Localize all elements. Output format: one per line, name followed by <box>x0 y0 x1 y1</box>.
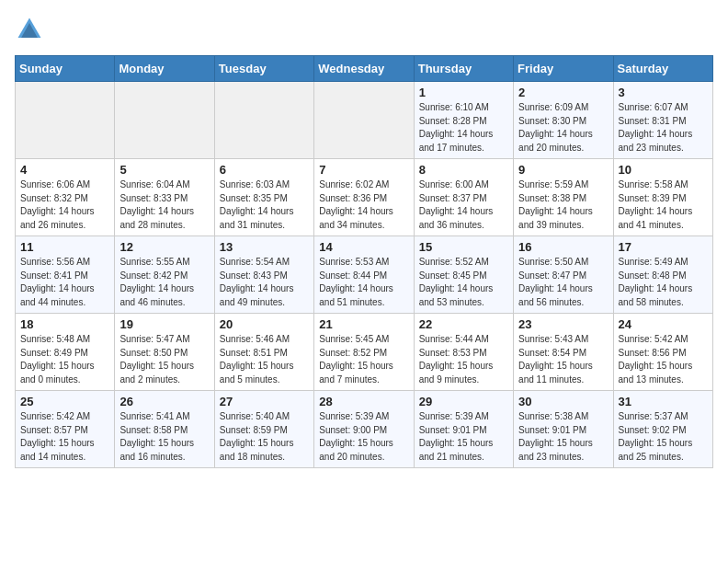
day-info: Sunrise: 5:37 AM Sunset: 9:02 PM Dayligh… <box>619 410 708 464</box>
day-number: 5 <box>119 163 209 177</box>
day-info: Sunrise: 5:50 AM Sunset: 8:47 PM Dayligh… <box>518 256 608 309</box>
day-info: Sunrise: 6:03 AM Sunset: 8:35 PM Dayligh… <box>220 178 309 232</box>
day-info: Sunrise: 5:54 AM Sunset: 8:43 PM Dayligh… <box>220 256 309 309</box>
day-number: 20 <box>220 317 309 331</box>
day-number: 18 <box>20 317 109 331</box>
calendar-cell: 4Sunrise: 6:06 AM Sunset: 8:32 PM Daylig… <box>16 159 115 236</box>
day-number: 24 <box>619 317 708 331</box>
calendar-cell: 18Sunrise: 5:48 AM Sunset: 8:49 PM Dayli… <box>16 314 115 391</box>
day-number: 27 <box>220 395 309 408</box>
logo-icon <box>15 15 44 44</box>
day-info: Sunrise: 5:52 AM Sunset: 8:45 PM Dayligh… <box>419 256 508 309</box>
calendar-cell: 30Sunrise: 5:38 AM Sunset: 9:01 PM Dayli… <box>514 391 613 468</box>
calendar-cell: 13Sunrise: 5:54 AM Sunset: 8:43 PM Dayli… <box>214 236 313 314</box>
day-info: Sunrise: 5:41 AM Sunset: 8:58 PM Dayligh… <box>119 410 209 464</box>
weekday-header-saturday: Saturday <box>613 56 712 82</box>
day-info: Sunrise: 5:42 AM Sunset: 8:56 PM Dayligh… <box>619 333 708 386</box>
day-info: Sunrise: 6:04 AM Sunset: 8:33 PM Dayligh… <box>119 178 209 232</box>
day-info: Sunrise: 6:10 AM Sunset: 8:28 PM Dayligh… <box>419 101 508 155</box>
week-row-5: 25Sunrise: 5:42 AM Sunset: 8:57 PM Dayli… <box>16 391 713 468</box>
day-info: Sunrise: 5:55 AM Sunset: 8:42 PM Dayligh… <box>119 256 209 309</box>
calendar-cell: 26Sunrise: 5:41 AM Sunset: 8:58 PM Dayli… <box>115 391 214 468</box>
calendar-cell <box>115 82 214 159</box>
day-info: Sunrise: 6:02 AM Sunset: 8:36 PM Dayligh… <box>319 178 408 232</box>
day-number: 11 <box>20 240 109 254</box>
calendar-cell: 22Sunrise: 5:44 AM Sunset: 8:53 PM Dayli… <box>414 314 513 391</box>
day-number: 25 <box>20 395 109 408</box>
day-info: Sunrise: 6:07 AM Sunset: 8:31 PM Dayligh… <box>619 101 708 155</box>
day-info: Sunrise: 5:48 AM Sunset: 8:49 PM Dayligh… <box>20 333 109 386</box>
day-info: Sunrise: 5:53 AM Sunset: 8:44 PM Dayligh… <box>319 256 408 309</box>
calendar-cell: 10Sunrise: 5:58 AM Sunset: 8:39 PM Dayli… <box>613 159 712 236</box>
calendar-cell: 27Sunrise: 5:40 AM Sunset: 8:59 PM Dayli… <box>214 391 313 468</box>
day-number: 6 <box>220 163 309 177</box>
day-info: Sunrise: 5:39 AM Sunset: 9:01 PM Dayligh… <box>419 410 508 464</box>
day-info: Sunrise: 5:44 AM Sunset: 8:53 PM Dayligh… <box>419 333 508 386</box>
day-info: Sunrise: 5:38 AM Sunset: 9:01 PM Dayligh… <box>518 410 608 464</box>
calendar-cell: 16Sunrise: 5:50 AM Sunset: 8:47 PM Dayli… <box>514 236 613 314</box>
calendar-cell: 20Sunrise: 5:46 AM Sunset: 8:51 PM Dayli… <box>214 314 313 391</box>
day-number: 22 <box>419 317 508 331</box>
week-row-4: 18Sunrise: 5:48 AM Sunset: 8:49 PM Dayli… <box>16 314 713 391</box>
day-number: 12 <box>119 240 209 254</box>
calendar-cell: 29Sunrise: 5:39 AM Sunset: 9:01 PM Dayli… <box>414 391 513 468</box>
weekday-header-monday: Monday <box>115 56 214 82</box>
week-row-2: 4Sunrise: 6:06 AM Sunset: 8:32 PM Daylig… <box>16 159 713 236</box>
calendar-cell: 24Sunrise: 5:42 AM Sunset: 8:56 PM Dayli… <box>613 314 712 391</box>
calendar-cell <box>214 82 313 159</box>
calendar-cell: 28Sunrise: 5:39 AM Sunset: 9:00 PM Dayli… <box>314 391 414 468</box>
logo <box>15 15 48 44</box>
day-info: Sunrise: 5:43 AM Sunset: 8:54 PM Dayligh… <box>518 333 608 386</box>
day-number: 29 <box>419 395 508 408</box>
week-row-3: 11Sunrise: 5:56 AM Sunset: 8:41 PM Dayli… <box>16 236 713 314</box>
calendar-cell: 3Sunrise: 6:07 AM Sunset: 8:31 PM Daylig… <box>613 82 712 159</box>
calendar-cell <box>16 82 115 159</box>
day-number: 21 <box>319 317 408 331</box>
day-info: Sunrise: 5:59 AM Sunset: 8:38 PM Dayligh… <box>518 178 608 232</box>
day-number: 23 <box>518 317 608 331</box>
day-number: 26 <box>119 395 209 408</box>
day-info: Sunrise: 5:46 AM Sunset: 8:51 PM Dayligh… <box>220 333 309 386</box>
day-number: 10 <box>619 163 708 177</box>
calendar-cell: 23Sunrise: 5:43 AM Sunset: 8:54 PM Dayli… <box>514 314 613 391</box>
day-number: 3 <box>619 86 708 99</box>
day-info: Sunrise: 5:47 AM Sunset: 8:50 PM Dayligh… <box>119 333 209 386</box>
calendar-cell: 25Sunrise: 5:42 AM Sunset: 8:57 PM Dayli… <box>16 391 115 468</box>
day-number: 2 <box>518 86 608 99</box>
day-number: 1 <box>419 86 508 99</box>
weekday-header-wednesday: Wednesday <box>314 56 414 82</box>
day-number: 19 <box>119 317 209 331</box>
weekday-header-thursday: Thursday <box>414 56 513 82</box>
day-number: 17 <box>619 240 708 254</box>
day-number: 16 <box>518 240 608 254</box>
day-info: Sunrise: 5:58 AM Sunset: 8:39 PM Dayligh… <box>619 178 708 232</box>
calendar: SundayMondayTuesdayWednesdayThursdayFrid… <box>15 55 713 468</box>
day-number: 13 <box>220 240 309 254</box>
weekday-header-friday: Friday <box>514 56 613 82</box>
calendar-cell: 17Sunrise: 5:49 AM Sunset: 8:48 PM Dayli… <box>613 236 712 314</box>
calendar-cell: 9Sunrise: 5:59 AM Sunset: 8:38 PM Daylig… <box>514 159 613 236</box>
day-number: 31 <box>619 395 708 408</box>
calendar-cell: 21Sunrise: 5:45 AM Sunset: 8:52 PM Dayli… <box>314 314 414 391</box>
day-number: 30 <box>518 395 608 408</box>
calendar-cell: 12Sunrise: 5:55 AM Sunset: 8:42 PM Dayli… <box>115 236 214 314</box>
calendar-cell: 7Sunrise: 6:02 AM Sunset: 8:36 PM Daylig… <box>314 159 414 236</box>
day-info: Sunrise: 6:00 AM Sunset: 8:37 PM Dayligh… <box>419 178 508 232</box>
weekday-header-tuesday: Tuesday <box>214 56 313 82</box>
day-number: 28 <box>319 395 408 408</box>
week-row-1: 1Sunrise: 6:10 AM Sunset: 8:28 PM Daylig… <box>16 82 713 159</box>
day-number: 9 <box>518 163 608 177</box>
calendar-cell: 2Sunrise: 6:09 AM Sunset: 8:30 PM Daylig… <box>514 82 613 159</box>
day-number: 4 <box>20 163 109 177</box>
day-number: 7 <box>319 163 408 177</box>
weekday-header-sunday: Sunday <box>16 56 115 82</box>
calendar-cell: 15Sunrise: 5:52 AM Sunset: 8:45 PM Dayli… <box>414 236 513 314</box>
day-info: Sunrise: 5:39 AM Sunset: 9:00 PM Dayligh… <box>319 410 408 464</box>
page-header <box>15 15 713 44</box>
day-info: Sunrise: 5:49 AM Sunset: 8:48 PM Dayligh… <box>619 256 708 309</box>
calendar-cell: 31Sunrise: 5:37 AM Sunset: 9:02 PM Dayli… <box>613 391 712 468</box>
day-info: Sunrise: 5:40 AM Sunset: 8:59 PM Dayligh… <box>220 410 309 464</box>
calendar-cell: 11Sunrise: 5:56 AM Sunset: 8:41 PM Dayli… <box>16 236 115 314</box>
calendar-cell <box>314 82 414 159</box>
day-info: Sunrise: 5:45 AM Sunset: 8:52 PM Dayligh… <box>319 333 408 386</box>
